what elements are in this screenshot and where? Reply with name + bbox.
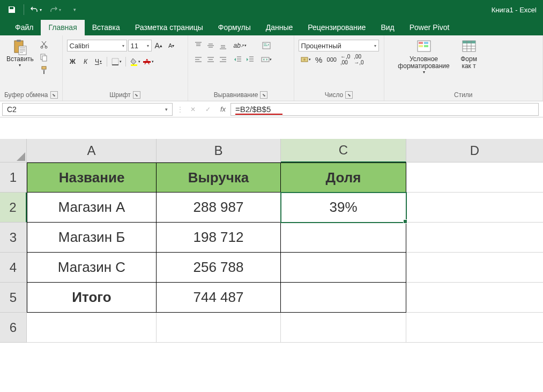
save-icon[interactable] xyxy=(3,2,20,17)
cell-B2[interactable]: 288 987 xyxy=(157,193,281,223)
font-color-icon[interactable]: A▾ xyxy=(143,56,155,68)
cell-D6[interactable] xyxy=(406,313,543,343)
percent-icon[interactable]: % xyxy=(313,54,325,65)
decrease-indent-icon[interactable] xyxy=(232,54,244,65)
align-right-icon[interactable] xyxy=(217,54,229,65)
row-header-4[interactable]: 4 xyxy=(0,253,27,283)
cell-D3[interactable] xyxy=(406,223,543,253)
cell-C2[interactable]: 39% xyxy=(281,193,406,223)
cell-D2[interactable] xyxy=(406,193,543,223)
italic-button[interactable]: К xyxy=(80,56,92,68)
wrap-text-icon[interactable] xyxy=(259,40,273,51)
number-format-combo[interactable]: Процентный▾ xyxy=(299,40,379,51)
cell-C4[interactable] xyxy=(281,253,406,283)
tab-file[interactable]: Файл xyxy=(8,20,41,35)
svg-rect-2 xyxy=(19,46,26,55)
svg-point-43 xyxy=(303,58,306,61)
font-size-combo[interactable]: 11▾ xyxy=(128,40,152,51)
bold-button[interactable]: Ж xyxy=(67,56,79,68)
column-header-C[interactable]: C xyxy=(281,139,406,162)
align-left-icon[interactable] xyxy=(192,54,204,65)
cell-A2[interactable]: Магазин А xyxy=(27,193,157,223)
undo-icon[interactable]: ▾ xyxy=(27,2,44,17)
font-dialog-launcher[interactable]: ⬊ xyxy=(133,91,140,99)
alignment-dialog-launcher[interactable]: ⬊ xyxy=(260,91,267,99)
cell-A4[interactable]: Магазин С xyxy=(27,253,157,283)
cut-icon[interactable] xyxy=(38,39,50,50)
decrease-font-icon[interactable]: A▾ xyxy=(166,40,177,51)
format-painter-icon[interactable] xyxy=(38,64,50,76)
cell-D4[interactable] xyxy=(406,253,543,283)
fill-color-icon[interactable]: ▾ xyxy=(128,56,142,68)
row-header-3[interactable]: 3 xyxy=(0,223,27,253)
tab-view[interactable]: Вид xyxy=(373,20,401,35)
increase-indent-icon[interactable] xyxy=(244,54,256,65)
increase-decimal-icon[interactable]: ←,0,00 xyxy=(339,54,352,65)
tab-data[interactable]: Данные xyxy=(258,20,301,35)
cell-A3[interactable]: Магазин Б xyxy=(27,223,157,253)
row-header-5[interactable]: 5 xyxy=(0,283,27,313)
cell-A5[interactable]: Итого xyxy=(27,283,157,313)
comma-icon[interactable]: 000 xyxy=(325,54,338,65)
borders-icon[interactable]: ▾ xyxy=(109,56,123,68)
cell-A6[interactable] xyxy=(27,313,157,343)
styles-group-label: Стили xyxy=(454,91,473,99)
insert-function-icon[interactable]: fx xyxy=(215,103,230,116)
formula-input[interactable]: =B2/$B$5 xyxy=(230,103,539,116)
svg-rect-1 xyxy=(17,40,21,42)
cell-D5[interactable] xyxy=(406,283,543,313)
column-header-D[interactable]: D xyxy=(406,139,543,162)
ribbon: Вставить ▾ Буфер обмена ⬊ Calibri▾ 11▾ A… xyxy=(0,35,543,101)
row-header-1[interactable]: 1 xyxy=(0,162,27,193)
cell-B6[interactable] xyxy=(157,313,281,343)
tab-formulas[interactable]: Формулы xyxy=(211,20,258,35)
tab-page-layout[interactable]: Разметка страницы xyxy=(128,20,211,35)
row-header-6[interactable]: 6 xyxy=(0,313,27,343)
cell-D1[interactable] xyxy=(406,162,543,193)
cell-C5[interactable] xyxy=(281,283,406,313)
name-box[interactable]: C2▾ xyxy=(2,103,173,116)
svg-rect-48 xyxy=(424,45,428,47)
format-as-table-button[interactable]: Форм как т xyxy=(458,38,480,90)
clipboard-dialog-launcher[interactable]: ⬊ xyxy=(50,91,58,99)
cell-A1[interactable]: Название xyxy=(27,162,157,193)
copy-icon[interactable] xyxy=(38,51,50,63)
cell-B5[interactable]: 744 487 xyxy=(157,283,281,313)
tab-power-pivot[interactable]: Power Pivot xyxy=(402,20,457,35)
row-header-2[interactable]: 2 xyxy=(0,193,27,223)
cell-B4[interactable]: 256 788 xyxy=(157,253,281,283)
orientation-icon[interactable]: ab↗▾ xyxy=(232,40,248,51)
underline-button[interactable]: Ч▾ xyxy=(93,56,105,68)
svg-rect-47 xyxy=(419,45,423,47)
align-top-icon[interactable] xyxy=(192,40,204,51)
column-header-B[interactable]: B xyxy=(157,139,281,162)
spreadsheet-grid: A B C D 1 Название Выручка Доля 2 Магази… xyxy=(0,139,543,343)
cell-B3[interactable]: 198 712 xyxy=(157,223,281,253)
conditional-formatting-button[interactable]: Условное форматирование▾ xyxy=(392,38,456,90)
redo-icon[interactable]: ▾ xyxy=(47,2,64,17)
number-dialog-launcher[interactable]: ⬊ xyxy=(345,91,353,99)
enter-formula-icon[interactable]: ✓ xyxy=(200,103,215,116)
tab-home[interactable]: Главная xyxy=(41,20,84,35)
cell-B1[interactable]: Выручка xyxy=(157,162,281,193)
align-center-icon[interactable] xyxy=(205,54,217,65)
align-bottom-icon[interactable] xyxy=(217,40,229,51)
cell-C6[interactable] xyxy=(281,313,406,343)
currency-icon[interactable]: ▾ xyxy=(299,54,313,65)
tab-review[interactable]: Рецензирование xyxy=(300,20,373,35)
select-all-corner[interactable] xyxy=(0,139,27,162)
font-name-combo[interactable]: Calibri▾ xyxy=(67,40,127,51)
cell-C3[interactable] xyxy=(281,223,406,253)
ribbon-group-number: Процентный▾ ▾ % 000 ←,0,00 ,00→,0 Число … xyxy=(294,35,384,101)
qat-customize-icon[interactable]: ▾ xyxy=(66,2,83,17)
tab-insert[interactable]: Вставка xyxy=(85,20,128,35)
paste-button[interactable]: Вставить ▾ xyxy=(4,38,36,90)
cancel-formula-icon[interactable]: ✕ xyxy=(185,103,200,116)
column-header-A[interactable]: A xyxy=(27,139,157,162)
cell-C1[interactable]: Доля xyxy=(281,162,406,193)
decrease-decimal-icon[interactable]: ,00→,0 xyxy=(352,54,365,65)
svg-rect-45 xyxy=(419,42,423,44)
merge-center-icon[interactable]: ▾ xyxy=(259,54,273,65)
align-middle-icon[interactable] xyxy=(205,40,217,51)
increase-font-icon[interactable]: A▴ xyxy=(153,40,165,51)
